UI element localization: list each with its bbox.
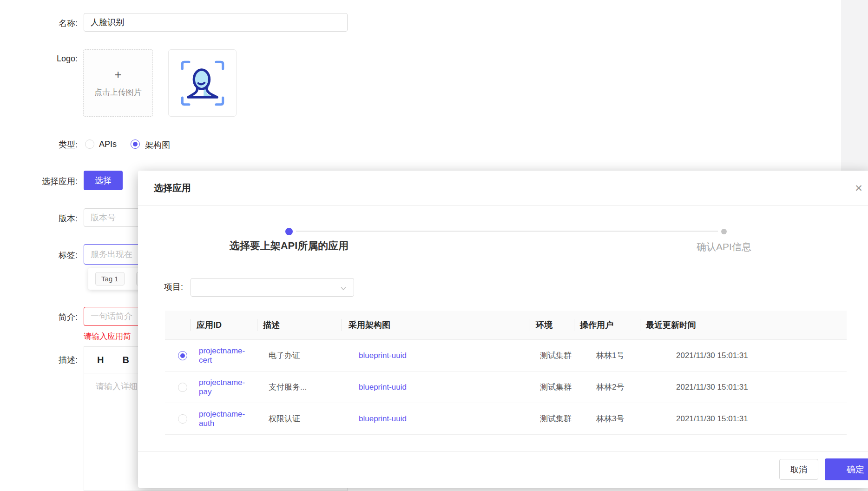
app-desc: 电子办证 [257, 340, 342, 371]
app-desc: 权限认证 [257, 403, 342, 434]
app-updated: 2021/11/30 15:01:31 [640, 340, 847, 371]
confirm-button[interactable]: 确定 [825, 458, 868, 480]
project-select[interactable] [191, 278, 354, 297]
blueprint-link[interactable]: blueprint-uuid [359, 351, 407, 360]
app-updated: 2021/11/30 15:01:31 [640, 372, 847, 403]
name-input[interactable] [84, 13, 348, 32]
app-desc: 支付服务... [257, 372, 342, 403]
blueprint-link[interactable]: blueprint-uuid [359, 414, 407, 424]
steps-connector [296, 231, 718, 232]
modal-header: 选择应用 ✕ [138, 171, 868, 206]
column-header-desc: 描述 [257, 311, 342, 339]
step1-title: 选择要上架API所属的应用 [196, 239, 382, 253]
column-header-app-id: 应用ID [191, 311, 257, 339]
face-recognition-icon [178, 58, 227, 109]
step2-dot [721, 229, 727, 234]
column-header-env: 环境 [530, 311, 574, 339]
description-label: 描述: [28, 354, 78, 365]
table-row[interactable]: projectname-pay 支付服务... blueprint-uuid 测… [165, 372, 847, 403]
app-user: 林林3号 [574, 403, 640, 434]
app-updated: 2021/11/30 15:01:31 [640, 403, 847, 434]
step1-dot [285, 228, 293, 235]
select-app-button[interactable]: 选择 [84, 171, 123, 190]
radio-architecture-label[interactable]: 架构图 [145, 139, 170, 151]
column-header-blueprint: 采用架构图 [342, 311, 530, 339]
app-id-link[interactable]: projectname-auth [199, 410, 257, 428]
version-label: 版本: [28, 213, 78, 224]
app-env: 测试集群 [530, 403, 574, 434]
page-right-gutter [841, 0, 868, 171]
radio-column-header [165, 311, 191, 339]
tag-chip[interactable]: Tag 1 [95, 272, 125, 285]
cancel-button[interactable]: 取消 [779, 459, 818, 480]
step2-title: 确认API信息 [631, 240, 817, 253]
applications-table: 应用ID 描述 采用架构图 环境 操作用户 最近更新时间 projectname… [165, 311, 847, 435]
app-env: 测试集群 [530, 372, 574, 403]
plus-icon: + [114, 68, 121, 80]
row-radio[interactable] [178, 383, 187, 392]
modal-title: 选择应用 [154, 171, 191, 206]
column-header-user: 操作用户 [574, 311, 640, 339]
close-icon[interactable]: ✕ [850, 180, 867, 197]
logo-label: Logo: [28, 54, 78, 64]
table-header-row: 应用ID 描述 采用架构图 环境 操作用户 最近更新时间 [165, 311, 847, 340]
row-radio-selected[interactable] [178, 351, 187, 360]
app-id-link[interactable]: projectname-cert [199, 346, 257, 365]
app-user: 林林1号 [574, 340, 640, 371]
table-row[interactable]: projectname-auth 权限认证 blueprint-uuid 测试集… [165, 403, 847, 435]
heading-button[interactable]: H [97, 355, 104, 365]
intro-label: 简介: [28, 312, 78, 323]
logo-preview[interactable] [168, 49, 237, 117]
page: 名称: Logo: + 点击上传图片 类型: APIs 架构图 选择应用: 选择… [0, 0, 868, 491]
project-label: 项目: [164, 281, 183, 292]
footer-divider [138, 451, 868, 452]
app-id-link[interactable]: projectname-pay [199, 378, 257, 397]
table-row[interactable]: projectname-cert 电子办证 blueprint-uuid 测试集… [165, 340, 847, 372]
logo-upload-box[interactable]: + 点击上传图片 [83, 49, 153, 117]
bold-button[interactable]: B [122, 355, 129, 365]
radio-architecture[interactable] [131, 139, 140, 149]
blueprint-link[interactable]: blueprint-uuid [359, 383, 407, 392]
chevron-down-icon [340, 285, 347, 292]
select-app-label: 选择应用: [28, 176, 78, 187]
column-header-updated: 最近更新时间 [640, 311, 847, 339]
type-label: 类型: [28, 139, 78, 150]
row-radio[interactable] [178, 414, 187, 424]
upload-hint: 点击上传图片 [94, 87, 142, 98]
app-user: 林林2号 [574, 372, 640, 403]
name-label: 名称: [28, 18, 78, 29]
intro-error-message: 请输入应用简 [84, 331, 131, 342]
radio-apis[interactable] [85, 139, 94, 149]
tags-label: 标签: [28, 250, 78, 261]
radio-apis-label[interactable]: APIs [99, 139, 117, 149]
select-app-modal: 选择应用 ✕ 选择要上架API所属的应用 确认API信息 项目: 应用ID 描述… [138, 171, 868, 488]
app-env: 测试集群 [530, 340, 574, 371]
